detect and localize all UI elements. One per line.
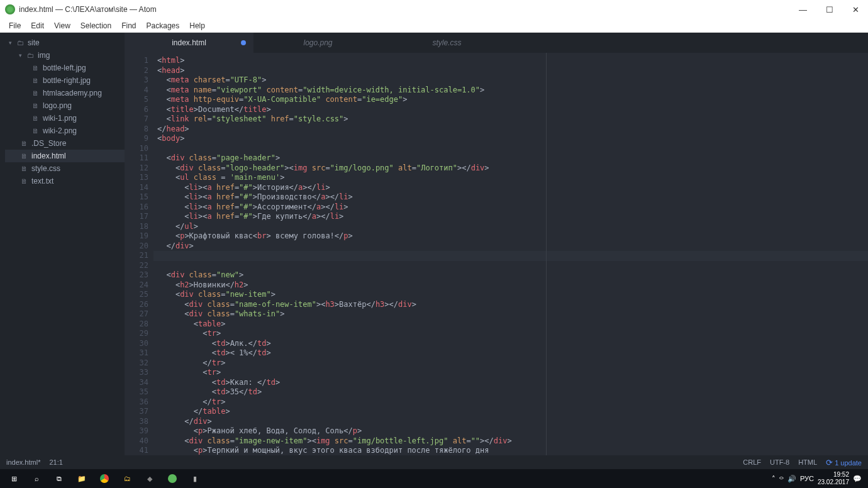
window-title: index.html — C:\ЛЕХА\атом\site — Atom — [19, 5, 795, 14]
code-editor[interactable]: 1234567891011121314151617181920212223242… — [125, 53, 868, 455]
tree-folder-root[interactable]: ▾ 🗀 site — [5, 36, 125, 49]
file-icon: 🗎 — [30, 64, 40, 72]
gutter — [0, 33, 5, 455]
tray-language[interactable]: РУС — [800, 475, 814, 482]
file-icon: 🗎 — [30, 77, 40, 84]
close-button[interactable]: ✕ — [849, 5, 863, 14]
tree-folder-img[interactable]: ▾ 🗀 img — [5, 49, 125, 62]
tray-notifications-icon[interactable]: 💬 — [853, 475, 862, 483]
tree-file[interactable]: 🗎bottle-left.jpg — [5, 62, 125, 74]
tree-label: site — [28, 38, 40, 47]
tab-label: style.css — [432, 38, 461, 47]
squirrel-icon: ⟳ — [826, 458, 833, 467]
status-encoding[interactable]: UTF-8 — [770, 458, 789, 466]
tree-file[interactable]: 🗎style.css — [5, 162, 125, 175]
tab-label: logo.png — [303, 38, 332, 47]
status-grammar[interactable]: HTML — [798, 458, 817, 466]
tree-label: style.css — [31, 164, 60, 173]
file-icon: 🗎 — [30, 127, 40, 135]
tree-file[interactable]: 🗎wiki-2.png — [5, 125, 125, 137]
start-button[interactable]: ⊞ — [3, 469, 25, 488]
tab-bar: index.html logo.png style.css — [125, 33, 868, 53]
menu-edit[interactable]: Edit — [26, 20, 49, 31]
file-icon: 🗎 — [19, 177, 29, 185]
taskbar-terminal[interactable]: ▮ — [184, 469, 206, 488]
menu-view[interactable]: View — [49, 20, 75, 31]
status-filename[interactable]: index.html* — [6, 458, 40, 466]
tree-file[interactable]: 🗎logo.png — [5, 99, 125, 112]
file-icon: 🗎 — [19, 165, 29, 172]
taskbar-atom[interactable] — [161, 469, 184, 488]
tree-file[interactable]: 🗎.DS_Store — [5, 137, 125, 150]
status-eol[interactable]: CRLF — [743, 458, 761, 466]
tree-file[interactable]: 🗎htmlacademy.png — [5, 87, 125, 99]
tree-file[interactable]: 🗎wiki-1.png — [5, 112, 125, 125]
menu-file[interactable]: File — [4, 20, 26, 31]
menu-packages[interactable]: Packages — [142, 20, 185, 31]
tree-file[interactable]: 🗎text.txt — [5, 175, 125, 187]
status-bar: index.html* 21:1 CRLF UTF-8 HTML ⟳ 1 upd… — [0, 455, 868, 469]
wrap-guide — [546, 53, 547, 455]
tree-label: img — [38, 51, 50, 60]
tree-label: bottle-right.jpg — [43, 76, 91, 85]
tree-label: wiki-1.png — [43, 114, 77, 123]
window-titlebar: index.html — C:\ЛЕХА\атом\site — Atom — … — [0, 0, 868, 19]
menu-selection[interactable]: Selection — [75, 20, 116, 31]
menu-help[interactable]: Help — [184, 20, 210, 31]
file-tree[interactable]: ▾ 🗀 site ▾ 🗀 img 🗎bottle-left.jpg 🗎bottl… — [5, 33, 125, 455]
status-update[interactable]: ⟳ 1 update — [826, 458, 862, 467]
taskbar-explorer[interactable]: 🗂 — [116, 469, 138, 488]
tree-label: .DS_Store — [31, 139, 66, 148]
tree-label: index.html — [31, 152, 66, 160]
app-icon — [5, 4, 15, 14]
maximize-button[interactable]: ☐ — [822, 5, 837, 14]
tree-label: text.txt — [31, 177, 53, 186]
code-content[interactable]: <html><head> <meta charset="UTF-8"> <met… — [153, 53, 868, 455]
file-icon: 🗎 — [19, 140, 29, 147]
tree-label: logo.png — [43, 101, 72, 110]
file-icon: 🗎 — [30, 89, 40, 97]
tree-file[interactable]: 🗎bottle-right.jpg — [5, 74, 125, 87]
folder-icon: 🗀 — [25, 52, 35, 59]
file-icon: 🗎 — [30, 114, 40, 122]
tab-style-css[interactable]: style.css — [382, 33, 511, 53]
menu-find[interactable]: Find — [116, 20, 141, 31]
menu-bar: File Edit View Selection Find Packages H… — [0, 19, 868, 33]
tab-logo-png[interactable]: logo.png — [253, 33, 382, 53]
windows-taskbar: ⊞ ⌕ ⧉ 📁 🗂 ◆ ▮ ˄ ⌔ 🔊 РУС 19:52 23.02.2017… — [0, 469, 868, 488]
file-icon: 🗎 — [19, 152, 29, 160]
taskbar-app[interactable]: 📁 — [70, 469, 93, 488]
tray-clock[interactable]: 19:52 23.02.2017 — [818, 471, 849, 486]
folder-icon: 🗀 — [15, 39, 25, 47]
tree-label: wiki-2.png — [43, 126, 77, 135]
chevron-down-icon: ▾ — [9, 40, 15, 46]
tab-index-html[interactable]: index.html — [125, 33, 253, 53]
status-cursor-position[interactable]: 21:1 — [49, 458, 62, 466]
tray-chevron-icon[interactable]: ˄ — [772, 475, 776, 483]
tab-label: index.html — [172, 38, 206, 47]
taskbar-app[interactable]: ◆ — [138, 469, 161, 488]
search-button[interactable]: ⌕ — [25, 469, 48, 488]
gutter-line-numbers: 1234567891011121314151617181920212223242… — [125, 53, 153, 455]
tray-wifi-icon[interactable]: ⌔ — [779, 475, 784, 482]
modified-indicator-icon — [241, 40, 246, 45]
tree-file-active[interactable]: 🗎index.html — [5, 150, 125, 162]
chevron-down-icon: ▾ — [19, 52, 25, 58]
tree-label: bottle-left.jpg — [43, 64, 86, 72]
file-icon: 🗎 — [30, 102, 40, 109]
task-view-button[interactable]: ⧉ — [48, 469, 70, 488]
tree-label: htmlacademy.png — [43, 89, 102, 97]
minimize-button[interactable]: — — [795, 5, 811, 14]
taskbar-chrome[interactable] — [93, 469, 116, 488]
tray-volume-icon[interactable]: 🔊 — [787, 475, 796, 483]
